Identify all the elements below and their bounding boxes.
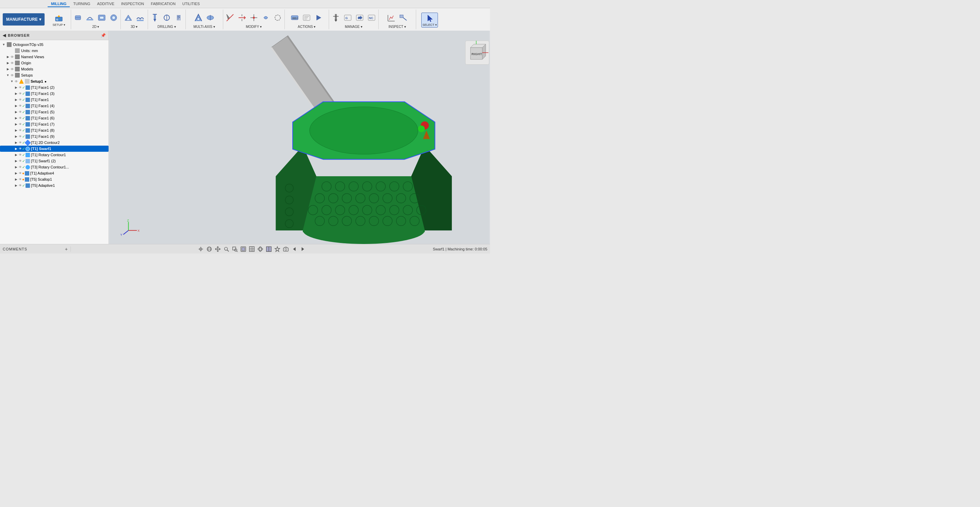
tab-additive[interactable]: ADDITIVE: [94, 1, 118, 7]
tree-origin[interactable]: ▶ 👁 Origin: [0, 60, 108, 66]
2d-pocket-button[interactable]: [96, 12, 107, 23]
tree-contour2[interactable]: ▶ 👁 ✓ [T1] 2D Contour2: [0, 140, 108, 146]
2d-contour-button[interactable]: [84, 12, 95, 23]
nav-back-button[interactable]: [291, 245, 298, 253]
setups-visibility[interactable]: 👁: [11, 73, 14, 77]
drilling-button[interactable]: [150, 12, 160, 23]
manage-lib-button[interactable]: G: [342, 12, 353, 23]
manage-label[interactable]: MANAGE ▾: [345, 25, 363, 29]
grid-button[interactable]: [248, 245, 256, 253]
tab-turning[interactable]: TURNING: [70, 1, 94, 7]
modify-extra-button[interactable]: [272, 12, 283, 23]
inspect-measure-button[interactable]: [386, 12, 397, 23]
modify-extend-button[interactable]: [237, 12, 247, 23]
face1-8-vis[interactable]: 👁: [19, 129, 22, 132]
modify-rest-button[interactable]: [260, 12, 271, 23]
tree-face1-6[interactable]: ▶ 👁 ✓ [T1] Face1 (6): [0, 115, 108, 121]
2d-bore-button[interactable]: [108, 12, 119, 23]
tree-face1-9[interactable]: ▶ 👁 ✓ [T1] Face1 (9): [0, 134, 108, 140]
orbit-button[interactable]: [256, 245, 264, 253]
actions-label[interactable]: ACTIONS ▾: [298, 25, 315, 29]
actions-simulate-button[interactable]: G1G2: [289, 12, 300, 23]
face1-2-vis[interactable]: 👁: [19, 86, 22, 89]
collapse-browser-icon[interactable]: ◀: [3, 33, 6, 38]
pivot-tool-button[interactable]: [197, 245, 205, 253]
models-visibility[interactable]: 👁: [11, 67, 14, 71]
3d-adaptive-button[interactable]: [123, 12, 134, 23]
origin-visibility[interactable]: 👁: [11, 61, 14, 65]
2d-label[interactable]: 2D ▾: [92, 25, 99, 29]
tree-swarf1[interactable]: ▶ 👁 ✓ [T1] Swarf1: [0, 146, 108, 152]
scallop1-vis[interactable]: 👁: [19, 178, 22, 181]
setup-button[interactable]: G SETUP ▾: [52, 13, 66, 27]
tree-setup1[interactable]: ▼ 👁 Setup1 ●: [0, 78, 108, 84]
select-button[interactable]: SELECT ▾: [421, 13, 438, 27]
named-views-visibility[interactable]: 👁: [11, 55, 14, 59]
adaptive4-vis[interactable]: 👁: [19, 172, 22, 175]
multiaxis-label[interactable]: MULTI-AXIS ▾: [194, 25, 215, 29]
contour2-vis[interactable]: 👁: [19, 141, 22, 144]
browser-pin-button[interactable]: 📌: [101, 33, 106, 38]
tab-milling[interactable]: MILLING: [48, 1, 70, 7]
tab-inspection[interactable]: INSPECTION: [118, 1, 147, 7]
inspect-section-button[interactable]: [398, 12, 409, 23]
tree-swarf1-2[interactable]: ▶ 👁 ✓ [T1] Swarf1 (2): [0, 158, 108, 164]
manage-tool-button[interactable]: [331, 12, 341, 23]
nav-forward-button[interactable]: [299, 245, 307, 253]
tree-rotary1[interactable]: ▶ 👁 ✓ [T1] Rotary Contour1: [0, 152, 108, 158]
tree-face1-5[interactable]: ▶ 👁 ✓ [T1] Face1 (5): [0, 109, 108, 115]
display-mode-button[interactable]: [240, 245, 247, 253]
thread-button[interactable]: [173, 12, 184, 23]
rotary1-3-vis[interactable]: 👁: [19, 165, 22, 169]
tree-adaptive1[interactable]: ▶ 👁 ✓ [T5] Adaptive1: [0, 183, 108, 189]
modify-trim-button[interactable]: [224, 12, 235, 23]
multiaxis-button2[interactable]: [205, 12, 216, 23]
zoom-fit-button[interactable]: [223, 245, 230, 253]
multiaxis-button1[interactable]: [193, 12, 204, 23]
swarf1-vis[interactable]: 👁: [19, 147, 22, 150]
drilling-label[interactable]: DRILLING ▾: [158, 25, 176, 29]
section-view-button[interactable]: [265, 245, 272, 253]
tree-setups[interactable]: ▼ 👁 Setups: [0, 72, 108, 78]
tree-adaptive4[interactable]: ▶ 👁 ● [T1] Adaptive4: [0, 170, 108, 176]
pan-tool-button[interactable]: [214, 245, 221, 253]
face1-3-vis[interactable]: 👁: [19, 92, 22, 95]
manage-export-button[interactable]: G: [354, 12, 365, 23]
zoom-window-button[interactable]: [231, 245, 239, 253]
inspect-label[interactable]: INSPECT ▾: [388, 25, 406, 29]
actions-process-button[interactable]: [313, 12, 324, 23]
modify-point-button[interactable]: [248, 12, 259, 23]
tree-rotary1-3[interactable]: ▶ 👁 ✓ [T3] Rotary Contour1...: [0, 164, 108, 170]
tab-fabrication[interactable]: FABRICATION: [147, 1, 179, 7]
tab-utilities[interactable]: UTILITIES: [179, 1, 203, 7]
viewport-3d[interactable]: RIGHT X Z Y: [109, 31, 490, 244]
face1-7-vis[interactable]: 👁: [19, 122, 22, 126]
tree-face1-3[interactable]: ▶ 👁 ✓ [T1] Face1 (3): [0, 91, 108, 97]
2d-facing-button[interactable]: [73, 12, 83, 23]
face1-9-vis[interactable]: 👁: [19, 135, 22, 138]
swarf1-2-vis[interactable]: 👁: [19, 159, 22, 163]
modify-label[interactable]: MODIFY ▾: [246, 25, 261, 29]
tree-scallop1[interactable]: ▶ 👁 ● [T5] Scallop1: [0, 176, 108, 183]
tree-models[interactable]: ▶ 👁 Models: [0, 66, 108, 72]
tree-face1-4[interactable]: ▶ 👁 ✓ [T1] Face1 (4): [0, 103, 108, 109]
tree-named-views[interactable]: ▶ 👁 Named Views: [0, 54, 108, 60]
camera-button[interactable]: [282, 245, 290, 253]
manufacture-button[interactable]: MANUFACTURE ▾: [3, 13, 45, 25]
manage-nc-button[interactable]: NC: [366, 12, 377, 23]
tree-face1-7[interactable]: ▶ 👁 ✓ [T1] Face1 (7): [0, 121, 108, 127]
tree-face1-2[interactable]: ▶ 👁 ✓ [T1] Face1 (2): [0, 84, 108, 91]
render-toggle-button[interactable]: [274, 245, 281, 253]
boring-button[interactable]: [161, 12, 172, 23]
world-tool-button[interactable]: [205, 245, 213, 253]
tree-face1-8[interactable]: ▶ 👁 ✓ [T1] Face1 (8): [0, 127, 108, 134]
3d-scallop-button[interactable]: [135, 12, 146, 23]
rotary1-vis[interactable]: 👁: [19, 153, 22, 157]
adaptive1-vis[interactable]: 👁: [19, 184, 22, 187]
face1-6-vis[interactable]: 👁: [19, 116, 22, 120]
3d-label[interactable]: 3D ▾: [130, 25, 138, 29]
tree-face1[interactable]: ▶ 👁 ✓ [T1] Face1: [0, 97, 108, 103]
actions-check-button[interactable]: [301, 12, 312, 23]
tree-root[interactable]: ▼ OctogoonTOp v35: [0, 41, 108, 48]
add-comment-button[interactable]: +: [65, 246, 68, 252]
